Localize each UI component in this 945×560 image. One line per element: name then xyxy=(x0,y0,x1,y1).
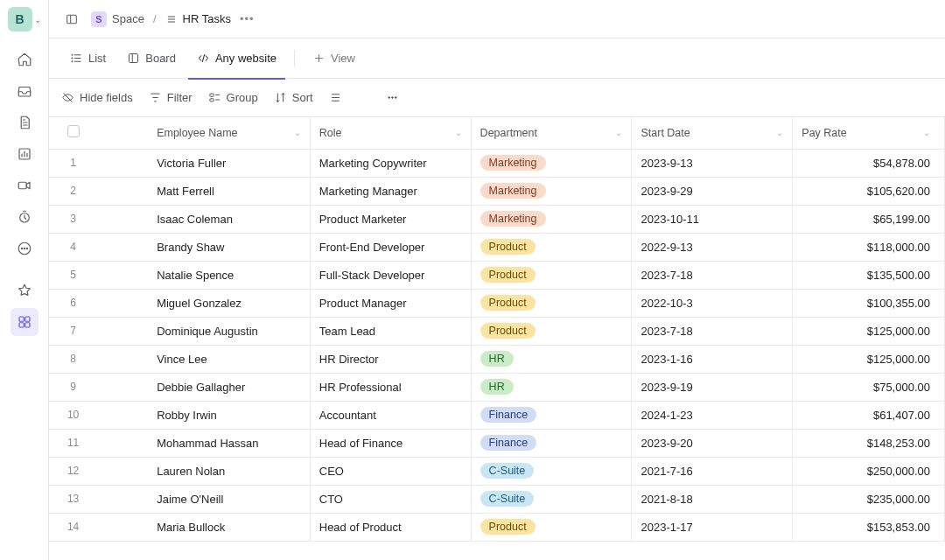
cell-pay-rate[interactable]: $118,000.00 xyxy=(793,233,945,261)
cell-role[interactable]: Product Marketer xyxy=(310,205,471,233)
cell-department[interactable]: HR xyxy=(471,373,632,401)
tab-board[interactable]: Board xyxy=(118,38,185,79)
toolbar-more-icon[interactable] xyxy=(386,91,399,104)
cell-name[interactable]: Debbie Gallagher xyxy=(97,373,310,401)
breadcrumb-page[interactable]: HR Tasks xyxy=(165,12,231,25)
cell-role[interactable]: HR Professional xyxy=(310,373,471,401)
cell-name[interactable]: Miguel Gonzalez xyxy=(97,289,310,317)
cell-role[interactable]: Accountant xyxy=(310,401,471,429)
cell-start-date[interactable]: 2023-1-17 xyxy=(632,513,793,541)
table-row[interactable]: 9Debbie GallagherHR ProfessionalHR2023-9… xyxy=(49,373,945,401)
table-row[interactable]: 7Dominique AugustinTeam LeadProduct2023-… xyxy=(49,317,945,345)
breadcrumb-more-icon[interactable]: ••• xyxy=(240,12,255,25)
cell-pay-rate[interactable]: $153,853.00 xyxy=(793,513,945,541)
cell-name[interactable]: Dominique Augustin xyxy=(97,317,310,345)
cell-role[interactable]: Team Lead xyxy=(310,317,471,345)
sort-button[interactable]: Sort xyxy=(274,91,313,104)
cell-start-date[interactable]: 2023-10-11 xyxy=(632,205,793,233)
group-button[interactable]: Group xyxy=(208,91,258,104)
cell-department[interactable]: Marketing xyxy=(471,149,632,177)
cell-department[interactable]: Product xyxy=(471,317,632,345)
row-height-button[interactable] xyxy=(329,91,342,104)
cell-role[interactable]: CTO xyxy=(310,485,471,513)
tab-anywebsite[interactable]: Any website xyxy=(188,38,285,79)
timer-icon[interactable] xyxy=(10,203,38,231)
table-row[interactable]: 14Maria BullockHead of ProductProduct202… xyxy=(49,513,945,541)
cell-start-date[interactable]: 2023-7-18 xyxy=(632,317,793,345)
cell-department[interactable]: Finance xyxy=(471,429,632,457)
cell-role[interactable]: CEO xyxy=(310,457,471,485)
table-row[interactable]: 8Vince LeeHR DirectorHR2023-1-16$125,000… xyxy=(49,345,945,373)
table-row[interactable]: 6Miguel GonzalezProduct ManagerProduct20… xyxy=(49,289,945,317)
cell-name[interactable]: Matt Ferrell xyxy=(97,177,310,205)
table-row[interactable]: 4Brandy ShawFront-End DeveloperProduct20… xyxy=(49,233,945,261)
cell-department[interactable]: HR xyxy=(471,345,632,373)
cell-start-date[interactable]: 2023-9-13 xyxy=(632,149,793,177)
table-row[interactable]: 10Robby IrwinAccountantFinance2024-1-23$… xyxy=(49,401,945,429)
cell-pay-rate[interactable]: $65,199.00 xyxy=(793,205,945,233)
cell-name[interactable]: Victoria Fuller xyxy=(97,149,310,177)
column-header-pay[interactable]: Pay Rate⌄ xyxy=(793,117,945,149)
cell-name[interactable]: Mohammad Hassan xyxy=(97,429,310,457)
cell-name[interactable]: Vince Lee xyxy=(97,345,310,373)
sidebar-toggle-icon[interactable] xyxy=(61,9,82,30)
cell-start-date[interactable]: 2023-1-16 xyxy=(632,345,793,373)
document-icon[interactable] xyxy=(10,108,38,136)
cell-start-date[interactable]: 2024-1-23 xyxy=(632,401,793,429)
breadcrumb-space[interactable]: S Space xyxy=(91,11,144,27)
cell-role[interactable]: Product Manager xyxy=(310,289,471,317)
cell-pay-rate[interactable]: $100,355.00 xyxy=(793,289,945,317)
table-row[interactable]: 13Jaime O'NeillCTOC-Suite2021-8-18$235,0… xyxy=(49,485,945,513)
cell-name[interactable]: Brandy Shaw xyxy=(97,233,310,261)
cell-pay-rate[interactable]: $135,500.00 xyxy=(793,261,945,289)
cell-pay-rate[interactable]: $105,620.00 xyxy=(793,177,945,205)
cell-name[interactable]: Lauren Nolan xyxy=(97,457,310,485)
apps-icon[interactable] xyxy=(10,308,38,336)
cell-department[interactable]: C-Suite xyxy=(471,485,632,513)
cell-department[interactable]: C-Suite xyxy=(471,457,632,485)
cell-role[interactable]: Front-End Developer xyxy=(310,233,471,261)
cell-role[interactable]: Full-Stack Developer xyxy=(310,261,471,289)
cell-pay-rate[interactable]: $125,000.00 xyxy=(793,345,945,373)
cell-department[interactable]: Finance xyxy=(471,401,632,429)
cell-start-date[interactable]: 2023-9-19 xyxy=(632,373,793,401)
cell-pay-rate[interactable]: $235,000.00 xyxy=(793,485,945,513)
cell-department[interactable]: Marketing xyxy=(471,177,632,205)
cell-pay-rate[interactable]: $61,407.00 xyxy=(793,401,945,429)
star-icon[interactable] xyxy=(10,276,38,304)
cell-start-date[interactable]: 2023-9-20 xyxy=(632,429,793,457)
cell-name[interactable]: Jaime O'Neill xyxy=(97,485,310,513)
inbox-icon[interactable] xyxy=(10,77,38,105)
cell-department[interactable]: Product xyxy=(471,289,632,317)
home-icon[interactable] xyxy=(10,46,38,74)
filter-button[interactable]: Filter xyxy=(149,91,192,104)
video-icon[interactable] xyxy=(10,172,38,200)
column-header-date[interactable]: Start Date⌄ xyxy=(632,117,793,149)
cell-department[interactable]: Marketing xyxy=(471,205,632,233)
cell-role[interactable]: Marketing Copywriter xyxy=(310,149,471,177)
select-all-checkbox[interactable] xyxy=(67,125,80,137)
chart-icon[interactable] xyxy=(10,140,38,168)
cell-pay-rate[interactable]: $250,000.00 xyxy=(793,457,945,485)
cell-name[interactable]: Maria Bullock xyxy=(97,513,310,541)
table-row[interactable]: 12Lauren NolanCEOC-Suite2021-7-16$250,00… xyxy=(49,457,945,485)
cell-department[interactable]: Product xyxy=(471,513,632,541)
cell-start-date[interactable]: 2023-9-29 xyxy=(632,177,793,205)
table-row[interactable]: 3Isaac ColemanProduct MarketerMarketing2… xyxy=(49,205,945,233)
cell-department[interactable]: Product xyxy=(471,233,632,261)
tab-list[interactable]: List xyxy=(61,38,115,79)
cell-role[interactable]: Head of Finance xyxy=(310,429,471,457)
workspace-switcher[interactable]: B ⌄ xyxy=(8,7,41,32)
table-row[interactable]: 11Mohammad HassanHead of FinanceFinance2… xyxy=(49,429,945,457)
column-header-select[interactable] xyxy=(49,117,97,149)
cell-start-date[interactable]: 2023-7-18 xyxy=(632,261,793,289)
cell-start-date[interactable]: 2022-10-3 xyxy=(632,289,793,317)
table-row[interactable]: 1Victoria FullerMarketing CopywriterMark… xyxy=(49,149,945,177)
cell-role[interactable]: HR Director xyxy=(310,345,471,373)
table-row[interactable]: 2Matt FerrellMarketing ManagerMarketing2… xyxy=(49,177,945,205)
cell-department[interactable]: Product xyxy=(471,261,632,289)
cell-name[interactable]: Natalie Spence xyxy=(97,261,310,289)
hide-fields-button[interactable]: Hide fields xyxy=(61,91,133,104)
cell-role[interactable]: Marketing Manager xyxy=(310,177,471,205)
column-header-dept[interactable]: Department⌄ xyxy=(471,117,632,149)
